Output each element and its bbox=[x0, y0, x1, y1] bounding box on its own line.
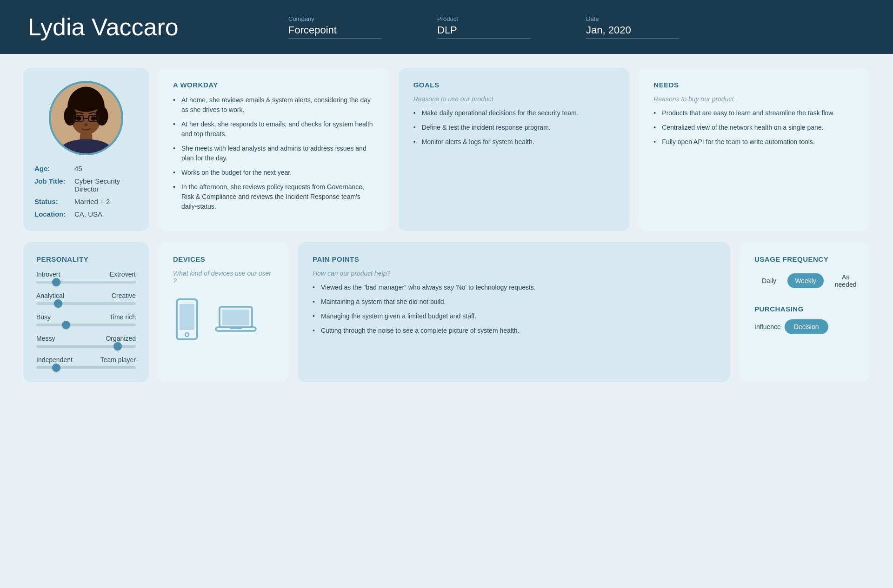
goals-bullet: Monitor alerts & logs for system health. bbox=[413, 137, 615, 147]
location-value: CA, USA bbox=[74, 210, 102, 218]
slider-thumb bbox=[113, 342, 122, 350]
age-row: Age: 45 bbox=[34, 165, 138, 172]
slider-track[interactable] bbox=[36, 302, 136, 305]
needs-list: Products that are easy to learn and stre… bbox=[653, 108, 855, 147]
slider-right-label: Time rich bbox=[109, 313, 136, 321]
needs-card: NEEDS Reasons to buy our product Product… bbox=[639, 68, 870, 231]
job-value: Cyber Security Director bbox=[74, 177, 138, 193]
slider-left-label: Busy bbox=[36, 313, 51, 321]
workday-bullet: At her desk, she responds to emails, and… bbox=[173, 119, 374, 139]
needs-bullet: Centralized view of the network health o… bbox=[653, 123, 855, 132]
devices-card: DEVICES What kind of devices use our use… bbox=[158, 242, 288, 382]
usage-option-button[interactable]: Daily bbox=[754, 273, 784, 288]
goals-card: GOALS Reasons to use our product Make da… bbox=[399, 68, 630, 231]
product-field: Product DLP bbox=[437, 15, 530, 39]
svg-rect-15 bbox=[180, 304, 194, 330]
product-label: Product bbox=[437, 15, 530, 22]
profile-card: Age: 45 Job Title: Cyber Security Direct… bbox=[23, 68, 149, 231]
slider-thumb bbox=[62, 321, 70, 329]
profile-details: Age: 45 Job Title: Cyber Security Direct… bbox=[34, 165, 138, 218]
devices-icons bbox=[173, 298, 273, 340]
needs-bullet: Fully open API for the team to write aut… bbox=[653, 137, 855, 147]
slider-track[interactable] bbox=[36, 366, 136, 369]
svg-point-11 bbox=[76, 116, 81, 121]
needs-subtitle: Reasons to buy our product bbox=[653, 95, 855, 103]
usage-buttons: DailyWeeklyAs needed bbox=[754, 270, 855, 292]
age-label: Age: bbox=[34, 165, 72, 172]
status-value: Married + 2 bbox=[74, 198, 110, 205]
date-field: Date Jan, 2020 bbox=[586, 15, 679, 39]
needs-bullet: Products that are easy to learn and stre… bbox=[653, 108, 855, 118]
pain-points-card: PAIN POINTS How can our product help? Vi… bbox=[298, 242, 730, 382]
slider-track[interactable] bbox=[36, 324, 136, 326]
workday-bullet: In the afternoon, she reviews policy req… bbox=[173, 182, 374, 211]
company-value: Forcepoint bbox=[288, 24, 381, 39]
pain-points-subtitle: How can our product help? bbox=[313, 270, 715, 277]
goals-title: GOALS bbox=[413, 81, 615, 89]
slider-left-label: Analytical bbox=[36, 292, 64, 299]
goals-bullet: Define & test the incident response prog… bbox=[413, 123, 615, 132]
goals-subtitle: Reasons to use our product bbox=[413, 95, 615, 103]
svg-point-5 bbox=[69, 91, 103, 112]
purchasing-option-button[interactable]: Decision bbox=[785, 319, 828, 334]
slider-item: BusyTime rich bbox=[36, 313, 136, 326]
svg-point-12 bbox=[91, 116, 96, 121]
slider-thumb bbox=[52, 363, 60, 372]
phone-icon bbox=[173, 298, 201, 340]
svg-point-13 bbox=[84, 123, 88, 126]
slider-thumb bbox=[54, 299, 62, 308]
workday-bullet: Works on the budget for the next year. bbox=[173, 168, 374, 178]
workday-bullet: At home, she reviews emails & system ale… bbox=[173, 95, 374, 115]
purchasing-title: PURCHASING bbox=[754, 305, 855, 313]
laptop-icon bbox=[215, 303, 257, 336]
usage-title: USAGE FREQUENCY bbox=[754, 255, 855, 263]
personality-card: PERSONALITY IntrovertExtrovertAnalytical… bbox=[23, 242, 149, 382]
company-label: Company bbox=[288, 15, 381, 22]
usage-card: USAGE FREQUENCY DailyWeeklyAs needed PUR… bbox=[740, 242, 870, 382]
devices-title: DEVICES bbox=[173, 255, 273, 263]
slider-right-label: Team player bbox=[100, 356, 136, 363]
devices-subtitle: What kind of devices use our user ? bbox=[173, 270, 273, 284]
pain-points-bullet: Maintaining a system that she did not bu… bbox=[313, 297, 715, 307]
status-row: Status: Married + 2 bbox=[34, 198, 138, 205]
slider-left-label: Introvert bbox=[36, 271, 60, 278]
age-value: 45 bbox=[74, 165, 82, 172]
workday-card: A WORKDAY At home, she reviews emails & … bbox=[158, 68, 389, 231]
purchasing-option-label: Influence bbox=[754, 323, 781, 330]
slider-item: MessyOrganized bbox=[36, 335, 136, 348]
pain-points-title: PAIN POINTS bbox=[313, 255, 715, 263]
main-content: Age: 45 Job Title: Cyber Security Direct… bbox=[0, 54, 893, 396]
header-fields: Company Forcepoint Product DLP Date Jan,… bbox=[288, 15, 679, 39]
purchasing-buttons: InfluenceDecision bbox=[754, 319, 855, 334]
personality-title: PERSONALITY bbox=[36, 255, 136, 263]
job-label: Job Title: bbox=[34, 177, 72, 185]
slider-right-label: Organized bbox=[106, 335, 136, 342]
pain-points-bullet: Cutting through the noise to see a compl… bbox=[313, 326, 715, 336]
svg-point-16 bbox=[185, 333, 189, 337]
usage-frequency-section: USAGE FREQUENCY DailyWeeklyAs needed bbox=[754, 255, 855, 292]
usage-option-button[interactable]: Weekly bbox=[787, 273, 824, 288]
workday-title: A WORKDAY bbox=[173, 81, 374, 89]
product-value: DLP bbox=[437, 24, 530, 39]
slider-thumb bbox=[52, 278, 60, 286]
pain-points-bullet: Viewed as the "bad manager" who always s… bbox=[313, 283, 715, 292]
slider-section: IntrovertExtrovertAnalyticalCreativeBusy… bbox=[36, 271, 136, 369]
persona-name: Lydia Vaccaro bbox=[28, 13, 251, 41]
slider-left-label: Independent bbox=[36, 356, 73, 363]
goals-bullet: Make daily operational decisions for the… bbox=[413, 108, 615, 118]
slider-right-label: Extrovert bbox=[110, 271, 136, 278]
slider-item: IndependentTeam player bbox=[36, 356, 136, 369]
top-row: Age: 45 Job Title: Cyber Security Direct… bbox=[23, 68, 870, 231]
needs-title: NEEDS bbox=[653, 81, 855, 89]
slider-item: AnalyticalCreative bbox=[36, 292, 136, 305]
pain-points-list: Viewed as the "bad manager" who always s… bbox=[313, 283, 715, 336]
slider-right-label: Creative bbox=[112, 292, 136, 299]
pain-points-bullet: Managing the system given a limited budg… bbox=[313, 311, 715, 321]
job-row: Job Title: Cyber Security Director bbox=[34, 177, 138, 193]
date-label: Date bbox=[586, 15, 679, 22]
usage-option-button[interactable]: As needed bbox=[827, 270, 864, 292]
slider-left-label: Messy bbox=[36, 335, 55, 342]
workday-list: At home, she reviews emails & system ale… bbox=[173, 95, 374, 211]
slider-track[interactable] bbox=[36, 345, 136, 348]
slider-track[interactable] bbox=[36, 281, 136, 284]
